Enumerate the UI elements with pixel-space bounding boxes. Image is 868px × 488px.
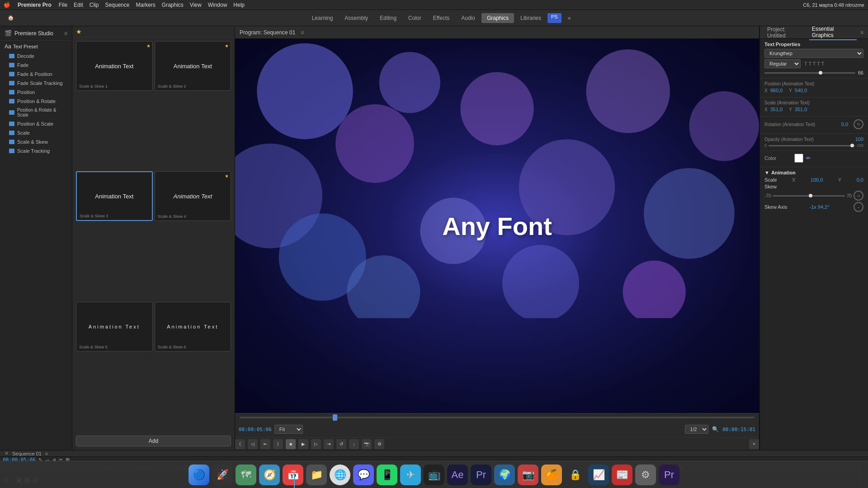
preset-card-4[interactable]: Animation Text Scale & Skew 4 ★ [155, 171, 231, 221]
dock-finder2[interactable]: 📁 [306, 465, 327, 485]
sidebar-item-position-scale[interactable]: Position & Scale [0, 119, 72, 128]
card-star-4[interactable]: ★ [225, 174, 229, 178]
tab-more[interactable]: » [562, 13, 576, 23]
menu-markers[interactable]: Markers [136, 2, 155, 8]
position-y-value[interactable]: 540,0 [795, 88, 807, 93]
menu-view[interactable]: View [190, 2, 202, 8]
dock-premiere2[interactable]: Pr [659, 465, 679, 485]
dock-photo[interactable]: 📷 [518, 465, 538, 485]
menu-edit[interactable]: Edit [74, 2, 83, 8]
preset-card-3[interactable]: Animation Text Scale & Skew 3 [76, 171, 153, 221]
anim-scale-x-value[interactable]: 100,0 [811, 177, 823, 183]
settings-button[interactable]: ⚙ [374, 439, 384, 449]
preset-card-6[interactable]: Animation Text Scale & Skew 6 [155, 302, 231, 352]
dock-finder[interactable]: 🔵 [189, 465, 209, 485]
tab-ps[interactable]: PS [547, 13, 561, 23]
menu-graphics[interactable]: Graphics [162, 2, 184, 8]
edit-color-icon[interactable]: ✏ [806, 155, 811, 161]
sidebar-item-scale-tracking[interactable]: Scale Tracking [0, 146, 72, 155]
fit-selector[interactable]: Fit 25% 50% 100% [274, 425, 303, 434]
skew-axis-value[interactable]: -1x 94,2° [809, 204, 829, 210]
next-frame-button[interactable]: ▷ [311, 439, 321, 449]
dock-launchpad[interactable]: 🚀 [212, 465, 233, 485]
tab-audio[interactable]: Audio [456, 13, 481, 23]
apple-icon[interactable]: 🍎 [4, 2, 10, 8]
tab-essential-graphics[interactable]: Essential Graphics [809, 25, 857, 40]
dock-safari[interactable]: 🧭 [259, 465, 280, 485]
skew-slider[interactable] [773, 195, 844, 197]
dock-apple-tv[interactable]: 📺 [424, 465, 444, 485]
close-icon[interactable]: ✕ [5, 450, 9, 456]
menu-file[interactable]: File [59, 2, 67, 8]
sidebar-item-fade-scale-tracking[interactable]: Fade Scale Tracking [0, 79, 72, 88]
preset-card-1[interactable]: Animation Text Scale & Skew 1 ★ [76, 41, 153, 91]
tab-learning[interactable]: Learning [307, 13, 339, 23]
insert-button[interactable]: ↓ [349, 439, 359, 449]
tab-graphics[interactable]: Graphics [481, 13, 514, 23]
camera-button[interactable]: 📷 [362, 439, 372, 449]
preset-card-5[interactable]: Animation Text Scale & Skew 5 [76, 302, 153, 352]
tab-project[interactable]: Project: Untitled [764, 25, 806, 40]
panel-menu-icon[interactable]: ≡ [64, 30, 67, 37]
dock-settings[interactable]: ⚙ [635, 465, 656, 485]
dock-maps[interactable]: 🗺 [236, 465, 256, 485]
sidebar-item-fade[interactable]: Fade [0, 61, 72, 70]
dock-ae[interactable]: Ae [447, 465, 468, 485]
dock-chrome[interactable]: 🌐 [330, 465, 350, 485]
dock-globe[interactable]: 🌍 [494, 465, 515, 485]
dock-whatsapp[interactable]: 📱 [377, 465, 397, 485]
loop-button[interactable]: ↺ [336, 439, 346, 449]
tab-assembly[interactable]: Assembly [339, 13, 373, 23]
monitor-scrubber[interactable] [235, 413, 759, 421]
dock-calendar[interactable]: 📅 [283, 465, 303, 485]
scale-y-value[interactable]: 351,0 [795, 107, 807, 112]
scrubber-head[interactable] [333, 414, 337, 421]
sidebar-item-pos-rot-scale[interactable]: Position & Rotate & Scale [0, 106, 72, 119]
anim-scale-y-value[interactable]: 0,0 [857, 177, 863, 183]
card-star-1[interactable]: ★ [146, 43, 151, 48]
rotation-dial[interactable]: ↻ [854, 119, 863, 129]
step-forward-button[interactable]: ⇥ [324, 439, 334, 449]
scale-x-value[interactable]: 351,0 [770, 107, 783, 112]
sidebar-item-position[interactable]: Position [0, 88, 72, 97]
home-button[interactable]: 🏠 [5, 12, 17, 24]
dock-telegram[interactable]: ✈ [400, 465, 421, 485]
position-x-value[interactable]: 960,0 [770, 88, 783, 93]
mark-in-button[interactable]: ⟨ [235, 439, 245, 449]
opacity-value[interactable]: 100 [855, 136, 863, 142]
fullscreen-button[interactable]: + [749, 439, 759, 449]
stop-button[interactable]: ■ [286, 439, 296, 449]
mark-out-button[interactable]: ⟩ [273, 439, 283, 449]
sidebar-item-position-rotate[interactable]: Position & Rotate [0, 97, 72, 106]
menu-window[interactable]: Window [208, 2, 227, 8]
menu-help[interactable]: Help [233, 2, 245, 8]
dock-pr[interactable]: Pr [471, 465, 491, 485]
sidebar-item-scale-skew[interactable]: Scale & Skew [0, 137, 72, 146]
sidebar-item-fade-position[interactable]: Fade & Position [0, 70, 72, 79]
dock-fruit[interactable]: 🍊 [541, 465, 562, 485]
prev-frame-button[interactable]: ◁ [248, 439, 258, 449]
skew-axis-dial[interactable]: - [854, 202, 863, 212]
add-preset-button[interactable]: Add [76, 436, 231, 446]
sidebar-item-decode[interactable]: Decode [0, 52, 72, 61]
style-selector[interactable]: Regular [764, 59, 801, 68]
card-star-2[interactable]: ★ [225, 43, 229, 48]
dock-news[interactable]: 📰 [612, 465, 632, 485]
dock-discord[interactable]: 💬 [353, 465, 374, 485]
ratio-selector[interactable]: 1/2 Full [685, 425, 708, 434]
skew-dial[interactable]: ○ [854, 191, 863, 201]
dock-security[interactable]: 🔒 [565, 465, 585, 485]
chevron-down-icon[interactable]: ▼ [764, 170, 769, 175]
menu-clip[interactable]: Clip [90, 2, 99, 8]
star-filter-icon[interactable]: ★ [76, 28, 82, 35]
tab-effects[interactable]: Effects [428, 13, 455, 23]
monitor-menu-icon[interactable]: ≡ [301, 29, 304, 36]
opacity-slider[interactable] [769, 145, 855, 146]
step-back-button[interactable]: ⇤ [260, 439, 270, 449]
menu-sequence[interactable]: Sequence [105, 2, 129, 8]
tab-color[interactable]: Color [403, 13, 427, 23]
color-swatch[interactable] [794, 154, 803, 163]
timeline-menu-icon[interactable]: ≡ [45, 451, 48, 456]
dock-chart[interactable]: 📈 [588, 465, 609, 485]
sidebar-item-scale[interactable]: Scale [0, 128, 72, 137]
